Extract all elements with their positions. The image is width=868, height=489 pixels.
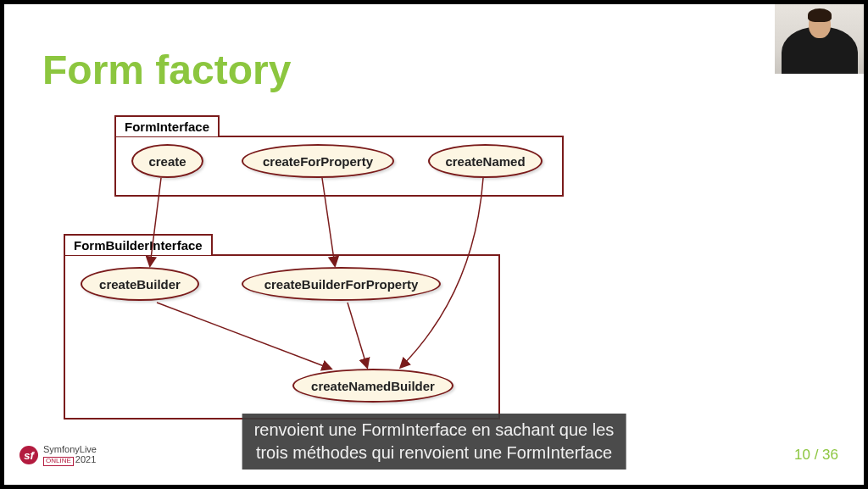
uml-tab-forminterface: FormInterface (114, 115, 220, 136)
node-createbuilderforproperty: createBuilderForProperty (242, 267, 441, 301)
node-createnamed: createNamed (428, 144, 542, 178)
page-number: 10 / 36 (794, 447, 838, 464)
node-createforproperty: createForProperty (242, 144, 394, 178)
logo-text: SymfonyLive ONLINE2021 (43, 444, 97, 466)
logo-online-tag: ONLINE (43, 457, 74, 466)
slide: Form factory FormInterface FormBuilderIn… (4, 4, 864, 485)
conference-logo: sf SymfonyLive ONLINE2021 (19, 444, 97, 466)
node-createbuilder: createBuilder (81, 267, 199, 301)
logo-brand: SymfonyLive (43, 444, 97, 454)
uml-tab-formbuilderinterface: FormBuilderInterface (64, 234, 213, 255)
presenter-webcam (775, 4, 864, 74)
slide-title: Form factory (42, 47, 291, 93)
logo-year: 2021 (75, 454, 96, 464)
symfony-badge-icon: sf (19, 446, 38, 464)
presenter-hair (808, 8, 832, 22)
node-create: create (131, 144, 203, 178)
video-subtitle: renvoient une FormInterface en sachant q… (242, 414, 626, 470)
node-createnamedbuilder: createNamedBuilder (292, 369, 453, 403)
